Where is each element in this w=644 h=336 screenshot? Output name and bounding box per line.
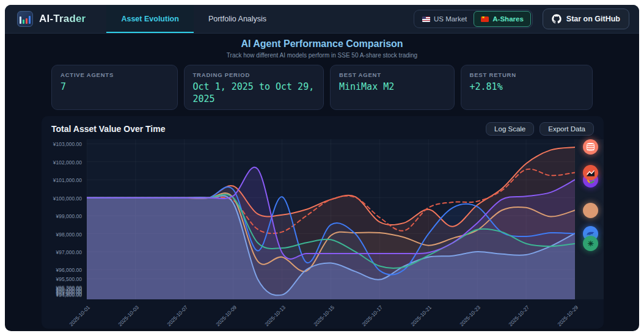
x-tick-label: 2025-10-15 [305, 304, 335, 331]
y-axis-labels: ¥103,000.00¥102,000.00¥101,000.00¥100,00… [42, 139, 84, 299]
topbar: AI-Trader Asset Evolution Portfolio Anal… [5, 5, 639, 34]
x-tick-label: 2025-10-09 [207, 304, 237, 331]
market-label: A-Shares [492, 15, 524, 23]
x-tick-label: 2025-10-01 [61, 304, 91, 331]
y-tick-label: ¥97,000.00 [42, 249, 82, 255]
github-icon [552, 14, 562, 24]
y-tick-label: ¥103,000.00 [42, 141, 82, 147]
y-tick-label: ¥95,500.00 [42, 276, 82, 282]
topbar-spacer [281, 5, 414, 33]
tab-portfolio-analysis[interactable]: Portfolio Analysis [194, 5, 281, 33]
y-overlap-tick-label: ¥94,800.00 [42, 292, 82, 298]
chart-card: Total Asset Value Over Time Log Scale Ex… [42, 116, 604, 329]
market-toggle: US Market ★ A-Shares [414, 10, 533, 28]
cn-flag-icon: ★ [481, 16, 489, 22]
stat-label: BEST RETURN [470, 71, 584, 78]
agent-icon-plain-orange-icon [583, 203, 598, 218]
chart-buttons: Log Scale Export Data [486, 122, 594, 136]
main-tabs: Asset Evolution Portfolio Analysis [106, 5, 281, 33]
stat-value: +2.81% [470, 81, 584, 93]
chart-canvas [87, 139, 575, 299]
y-tick-label: ¥100,000.00 [42, 195, 82, 202]
x-tick-label: 2025-10-07 [158, 304, 188, 331]
tab-label: Asset Evolution [121, 15, 178, 23]
page-head: AI Agent Performance Comparison Track ho… [5, 34, 639, 59]
us-flag-icon [422, 16, 430, 22]
y-tick-label: ¥96,000.00 [42, 267, 82, 273]
stat-card-active-agents: ACTIVE AGENTS 7 [51, 65, 178, 110]
stat-value: Oct 1, 2025 to Oct 29, 2025 [193, 81, 315, 105]
stat-card-best-return: BEST RETURN +2.81% [461, 65, 593, 110]
export-data-button[interactable]: Export Data [540, 122, 594, 136]
x-tick-label: 2025-10-23 [452, 304, 481, 331]
stat-label: ACTIVE AGENTS [60, 71, 169, 78]
brand: AI-Trader [5, 5, 86, 33]
stats-row: ACTIVE AGENTS 7 TRADING PERIOD Oct 1, 20… [51, 65, 593, 110]
tab-asset-evolution[interactable]: Asset Evolution [106, 5, 193, 33]
stat-card-trading-period: TRADING PERIOD Oct 1, 2025 to Oct 29, 20… [184, 65, 324, 110]
y-tick-label: ¥99,000.00 [42, 213, 82, 219]
x-tick-label: 2025-10-21 [403, 304, 433, 331]
x-tick-label: 2025-10-27 [500, 304, 530, 331]
stat-label: TRADING PERIOD [193, 71, 315, 78]
y-tick-label: ¥102,000.00 [42, 159, 82, 166]
y-tick-label: ¥101,000.00 [42, 177, 82, 183]
chart-bars-logo-icon [17, 11, 33, 27]
x-tick-label: 2025-10-03 [109, 304, 139, 331]
main-content: AI Agent Performance Comparison Track ho… [5, 34, 639, 329]
x-tick-label: 2025-10-17 [354, 304, 384, 331]
log-scale-button[interactable]: Log Scale [486, 122, 534, 136]
x-tick-label: 2025-10-29 [549, 304, 579, 331]
market-a-shares-button[interactable]: ★ A-Shares [474, 11, 531, 27]
market-us-button[interactable]: US Market [415, 12, 474, 26]
agent-icon-trend-chart-icon [583, 165, 598, 180]
stat-label: BEST AGENT [339, 71, 445, 78]
stat-value: 7 [60, 81, 169, 93]
active-tab-underline [106, 32, 193, 33]
tab-label: Portfolio Analysis [208, 15, 266, 23]
page-subtitle: Track how different AI models perform in… [5, 52, 639, 59]
chart-body: ¥103,000.00¥102,000.00¥101,000.00¥100,00… [42, 138, 604, 325]
asset-value-chart[interactable] [87, 139, 575, 299]
y-tick-label: ¥98,000.00 [42, 232, 82, 238]
stat-card-best-agent: BEST AGENT MiniMax M2 [330, 65, 455, 110]
chart-right-gutter [575, 139, 604, 299]
app-window: AI-Trader Asset Evolution Portfolio Anal… [5, 5, 639, 331]
page-title: AI Agent Performance Comparison [5, 38, 639, 49]
stat-value: MiniMax M2 [339, 81, 445, 93]
chart-title: Total Asset Value Over Time [51, 124, 165, 134]
market-label: US Market [434, 15, 467, 23]
app-title: AI-Trader [39, 13, 86, 25]
chart-head: Total Asset Value Over Time Log Scale Ex… [42, 121, 604, 137]
github-button-label: Star on GitHub [566, 15, 620, 23]
x-tick-label: 2025-10-13 [256, 304, 286, 331]
github-button[interactable]: Star on GitHub [543, 9, 629, 29]
